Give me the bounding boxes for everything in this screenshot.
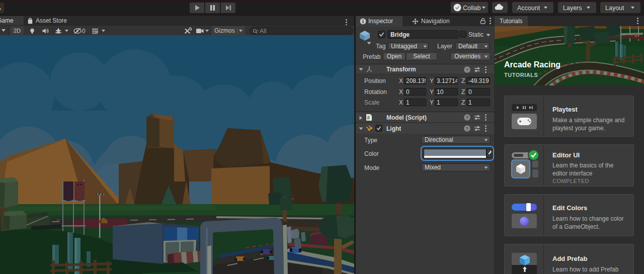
svg-text:?: ?	[466, 126, 469, 131]
svg-text:Layout: Layout	[605, 5, 624, 12]
svg-text:?: ?	[466, 67, 469, 72]
svg-text:Collab: Collab	[463, 5, 480, 12]
svg-text:Account: Account	[517, 5, 540, 12]
svg-text:Arcade Racing: Arcade Racing	[504, 60, 560, 69]
svg-text:Layers: Layers	[563, 5, 582, 12]
svg-text:TUTORIALS: TUTORIALS	[504, 72, 538, 78]
svg-text:#: #	[367, 115, 370, 121]
svg-text:Y: Y	[96, 31, 99, 35]
svg-text:?: ?	[466, 115, 469, 120]
svg-text:0: 0	[82, 28, 86, 34]
